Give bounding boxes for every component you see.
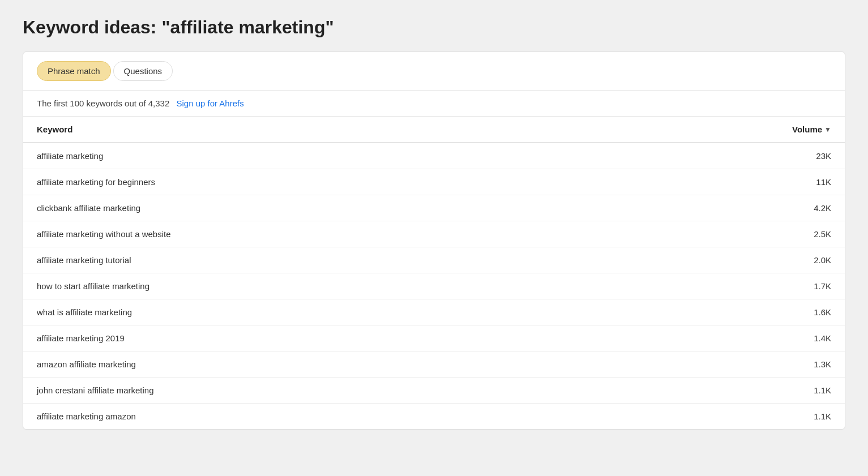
column-volume-label: Volume ▼ <box>792 125 831 134</box>
keyword-cell: john crestani affiliate marketing <box>37 385 154 395</box>
page-title: Keyword ideas: "affiliate marketing" <box>23 17 845 38</box>
keyword-cell: affiliate marketing for beginners <box>37 177 155 187</box>
table-row: affiliate marketing for beginners11K <box>23 169 845 195</box>
keyword-cell: affiliate marketing without a website <box>37 229 171 239</box>
volume-cell: 1.1K <box>797 411 831 421</box>
sort-arrow-icon[interactable]: ▼ <box>824 126 831 134</box>
summary-row: The first 100 keywords out of 4,332 Sign… <box>23 91 845 117</box>
keyword-cell: amazon affiliate marketing <box>37 359 136 369</box>
keyword-cell: affiliate marketing 2019 <box>37 333 125 343</box>
column-keyword-label: Keyword <box>37 125 72 134</box>
table-row: amazon affiliate marketing1.3K <box>23 351 845 378</box>
table-body: affiliate marketing23Kaffiliate marketin… <box>23 143 845 429</box>
volume-cell: 1.4K <box>797 333 831 343</box>
volume-cell: 1.3K <box>797 359 831 369</box>
table-row: john crestani affiliate marketing1.1K <box>23 378 845 404</box>
keyword-cell: affiliate marketing tutorial <box>37 255 131 265</box>
table-row: affiliate marketing tutorial2.0K <box>23 247 845 273</box>
keyword-ideas-card: Phrase match Questions The first 100 key… <box>23 52 845 430</box>
volume-cell: 1.7K <box>797 281 831 291</box>
keyword-cell: affiliate marketing amazon <box>37 411 136 421</box>
table-row: affiliate marketing 20191.4K <box>23 325 845 351</box>
tab-phrase-match[interactable]: Phrase match <box>37 61 111 81</box>
volume-cell: 2.5K <box>797 229 831 239</box>
volume-cell: 23K <box>797 151 831 161</box>
tab-questions[interactable]: Questions <box>113 61 173 81</box>
volume-cell: 4.2K <box>797 203 831 213</box>
volume-cell: 1.1K <box>797 385 831 395</box>
table-row: affiliate marketing amazon1.1K <box>23 404 845 429</box>
volume-cell: 11K <box>797 177 831 187</box>
table-row: what is affiliate marketing1.6K <box>23 299 845 325</box>
tabs-row: Phrase match Questions <box>23 52 845 91</box>
keyword-cell: clickbank affiliate marketing <box>37 203 140 213</box>
table-header: Keyword Volume ▼ <box>23 117 845 143</box>
keyword-cell: affiliate marketing <box>37 151 103 161</box>
table-row: affiliate marketing without a website2.5… <box>23 221 845 247</box>
signup-link[interactable]: Sign up for Ahrefs <box>176 98 243 108</box>
keyword-cell: how to start affiliate marketing <box>37 281 149 291</box>
summary-text: The first 100 keywords out of 4,332 <box>37 98 169 108</box>
table-row: affiliate marketing23K <box>23 143 845 169</box>
volume-cell: 1.6K <box>797 307 831 317</box>
table-row: clickbank affiliate marketing4.2K <box>23 195 845 221</box>
volume-cell: 2.0K <box>797 255 831 265</box>
table-row: how to start affiliate marketing1.7K <box>23 273 845 299</box>
keyword-cell: what is affiliate marketing <box>37 307 132 317</box>
